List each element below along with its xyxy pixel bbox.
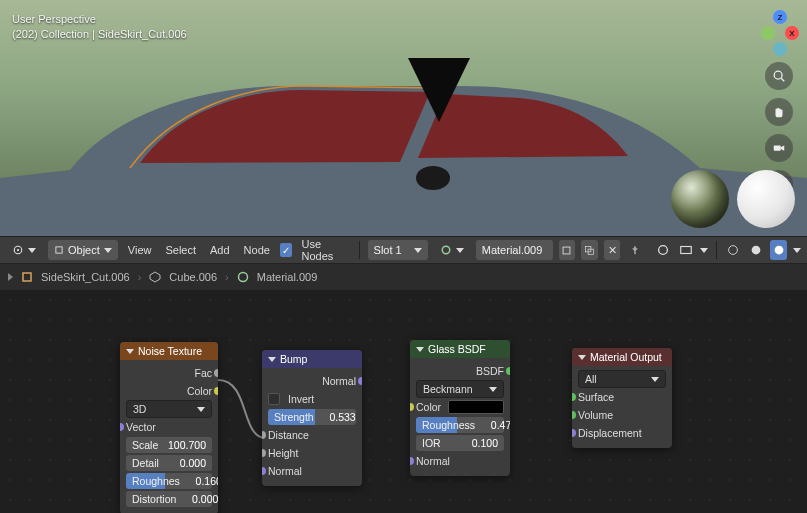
svg-rect-17 — [681, 247, 692, 254]
mode-dropdown[interactable]: Object — [48, 240, 118, 260]
socket-fac: Fac — [126, 367, 212, 379]
noise-distortion-slider[interactable]: Distortion0.000 — [126, 491, 212, 507]
breadcrumb-material[interactable]: Material.009 — [257, 271, 318, 283]
svg-rect-11 — [56, 247, 62, 253]
bump-strength-slider[interactable]: Strength0.533 — [268, 409, 356, 425]
breadcrumb-collapse-icon[interactable] — [8, 273, 13, 281]
svg-point-16 — [659, 246, 668, 255]
socket-color: Color — [416, 401, 444, 413]
object-icon — [21, 271, 33, 283]
socket-normal-out: Normal — [268, 375, 356, 387]
backdrop-toggle[interactable] — [678, 240, 695, 260]
pin-button[interactable] — [626, 240, 643, 260]
material-name-field[interactable]: Material.009 — [476, 240, 553, 260]
duplicate-material-button[interactable] — [581, 240, 598, 260]
socket-distance: Distance — [268, 429, 356, 441]
socket-normal: Normal — [416, 455, 504, 467]
unlink-material-button[interactable]: ✕ — [604, 240, 621, 260]
node-header[interactable]: Glass BSDF — [410, 340, 510, 358]
axis-z[interactable]: Z — [773, 10, 787, 24]
svg-rect-13 — [563, 247, 570, 254]
use-nodes-checkbox[interactable]: ✓ — [280, 243, 292, 257]
breadcrumb-object[interactable]: SideSkirt_Cut.006 — [41, 271, 130, 283]
output-target-dropdown[interactable]: All — [578, 370, 666, 388]
svg-point-10 — [17, 249, 19, 251]
socket-bsdf: BSDF — [416, 365, 504, 377]
menu-select[interactable]: Select — [161, 244, 200, 256]
glass-ior-slider[interactable]: IOR0.100 — [416, 435, 504, 451]
new-material-button[interactable] — [559, 240, 576, 260]
zoom-icon[interactable] — [765, 62, 793, 90]
material-browse-button[interactable] — [434, 240, 470, 260]
material-icon — [237, 271, 249, 283]
camera-icon[interactable] — [765, 134, 793, 162]
svg-point-2 — [774, 71, 782, 79]
noise-dim-dropdown[interactable]: 3D — [126, 400, 212, 418]
use-nodes-label: Use Nodes — [298, 238, 351, 262]
noise-scale-slider[interactable]: Scale100.700 — [126, 437, 212, 453]
slot-dropdown[interactable]: Slot 1 — [368, 240, 428, 260]
node-header[interactable]: Noise Texture — [120, 342, 218, 360]
menu-view[interactable]: View — [124, 244, 156, 256]
material-preview-env[interactable] — [671, 170, 729, 228]
socket-surface: Surface — [578, 391, 666, 403]
viewport-info: User Perspective (202) Collection | Side… — [12, 12, 187, 42]
shading-options-dropdown[interactable] — [793, 248, 801, 253]
glass-distribution-dropdown[interactable]: Beckmann — [416, 380, 504, 398]
node-editor-header: Object View Select Add Node ✓ Use Nodes … — [0, 236, 807, 264]
bump-invert-checkbox[interactable] — [268, 393, 280, 405]
overlay-toggle[interactable] — [655, 240, 672, 260]
breadcrumb-mesh[interactable]: Cube.006 — [169, 271, 217, 283]
node-title: Bump — [280, 353, 307, 365]
svg-point-18 — [729, 246, 738, 255]
node-header[interactable]: Bump — [262, 350, 362, 368]
axis-neg-z[interactable] — [773, 42, 787, 56]
menu-node[interactable]: Node — [240, 244, 274, 256]
socket-color: Color — [126, 385, 212, 397]
node-glass-bsdf[interactable]: Glass BSDF BSDF Beckmann Color Roughness… — [410, 340, 510, 476]
axis-y[interactable] — [761, 26, 775, 40]
svg-point-22 — [238, 273, 247, 282]
svg-point-20 — [774, 246, 783, 255]
socket-displacement: Displacement — [578, 427, 666, 439]
node-title: Glass BSDF — [428, 343, 486, 355]
node-noise-texture[interactable]: Noise Texture Fac Color 3D Vector Scale1… — [120, 342, 218, 513]
mesh-icon — [149, 271, 161, 283]
node-header[interactable]: Material Output — [572, 348, 672, 366]
glass-roughness-slider[interactable]: Roughness0.475 — [416, 417, 504, 433]
axis-gizmo[interactable]: Z X — [759, 10, 799, 50]
axis-x[interactable]: X — [785, 26, 799, 40]
shading-solid-button[interactable] — [748, 240, 765, 260]
node-material-output[interactable]: Material Output All Surface Volume Displ… — [572, 348, 672, 448]
node-editor[interactable]: Noise Texture Fac Color 3D Vector Scale1… — [0, 290, 807, 513]
node-title: Material Output — [590, 351, 662, 363]
shading-wire-button[interactable] — [725, 240, 742, 260]
menu-add[interactable]: Add — [206, 244, 234, 256]
node-title: Noise Texture — [138, 345, 202, 357]
svg-point-19 — [752, 246, 761, 255]
svg-rect-21 — [23, 273, 31, 281]
noise-detail-slider[interactable]: Detail0.000 — [126, 455, 212, 471]
editor-type-button[interactable] — [6, 240, 42, 260]
svg-point-0 — [416, 166, 450, 190]
svg-line-3 — [781, 78, 784, 81]
shading-material-button[interactable] — [770, 240, 787, 260]
hand-icon[interactable] — [765, 98, 793, 126]
node-bump[interactable]: Bump Normal Invert Strength0.533 Distanc… — [262, 350, 362, 486]
glass-color-swatch[interactable] — [448, 400, 504, 414]
socket-height: Height — [268, 447, 356, 459]
svg-rect-4 — [774, 145, 781, 150]
viewport-3d[interactable]: User Perspective (202) Collection | Side… — [0, 0, 807, 236]
material-preview-solid[interactable] — [737, 170, 795, 228]
breadcrumb: SideSkirt_Cut.006 › Cube.006 › Material.… — [0, 264, 807, 290]
viewport-perspective-label: User Perspective — [12, 12, 187, 27]
socket-volume: Volume — [578, 409, 666, 421]
socket-vector: Vector — [126, 421, 212, 433]
noise-roughness-slider[interactable]: Roughnes0.160 — [126, 473, 212, 489]
socket-normal-in: Normal — [268, 465, 356, 477]
shading-dropdown[interactable] — [700, 248, 708, 253]
svg-point-12 — [442, 246, 450, 254]
